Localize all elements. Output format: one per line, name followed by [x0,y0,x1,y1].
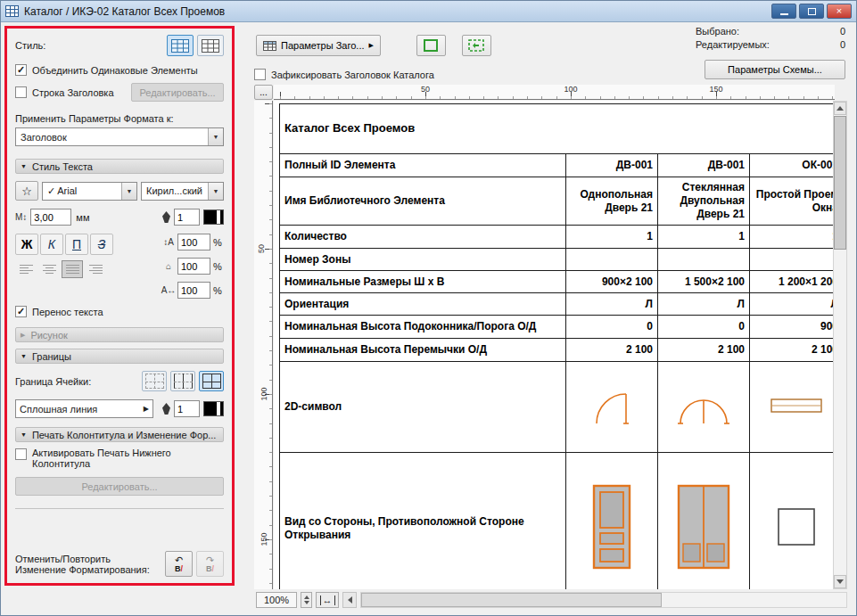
footer-section-header[interactable]: ▼ Печать Колонтитула и Изменение Фор... [15,427,224,442]
cell-value[interactable]: 1 [658,226,750,249]
picture-section-header[interactable]: ▶ Рисунок [15,327,224,342]
cell-value[interactable]: Простой Проем Окна [750,177,836,226]
cell-value[interactable] [566,249,658,271]
cell-value[interactable]: 2 100 [658,339,750,362]
align-right-button[interactable] [85,260,106,278]
row-label[interactable]: Полный ID Элемента [280,154,566,177]
cell-value[interactable]: 0 [658,316,750,339]
select-area-button[interactable] [416,35,446,56]
cell-value[interactable]: 1 200×1 200 [750,271,836,293]
style-grid-button[interactable] [167,35,194,56]
schedule-title-cell[interactable]: Каталог Всех Проемов [280,104,836,154]
line-spacing-input[interactable] [177,234,210,251]
align-center-button[interactable] [38,260,60,278]
cell-value[interactable]: Л [750,293,836,316]
edit-footer-button[interactable]: Редактировать... [15,477,224,496]
symbol-cell[interactable] [750,362,836,453]
bold-button[interactable]: Ж [15,234,38,255]
undo-format-button[interactable]: ↶ B/ [165,551,193,577]
header-row-checkbox[interactable] [15,86,27,98]
font-select[interactable]: ✓ Arial ▼ [42,182,137,201]
cell-value[interactable]: 2 100 [566,339,658,362]
row-label[interactable]: Номинальные Размеры Ш х В [280,271,566,293]
cell-value[interactable]: Л [658,293,750,316]
cell-value[interactable]: 900 [750,316,836,339]
cell-value[interactable]: 2 100 [750,339,836,362]
cell-value[interactable] [658,249,750,271]
font-size-input[interactable] [30,209,71,226]
border-pen-input[interactable] [174,400,200,417]
cell-value[interactable]: 1 [750,226,836,249]
script-select[interactable]: Кирил...ский ▼ [141,182,224,201]
symbol-cell[interactable] [566,362,658,453]
cell-value[interactable]: 900×2 100 [566,271,658,293]
cell-value[interactable]: Л [566,293,658,316]
apply-format-select[interactable]: Заголовок ▼ [15,127,224,146]
text-pen-input[interactable] [174,209,200,226]
border-none-button[interactable] [142,371,167,391]
cell-value[interactable]: Однопольная Дверь 21 [566,177,658,226]
strikethrough-button[interactable]: З [90,234,113,255]
border-color-swatch[interactable] [203,401,224,416]
scheme-params-button[interactable]: Параметры Схемы... [705,60,845,79]
cell-value[interactable]: ДВ-001 [566,154,658,177]
row-label[interactable]: Вид со Стороны, Противоположной Стороне … [280,453,566,590]
redo-format-button[interactable]: ↷ B/ [196,551,224,577]
view-cell[interactable] [566,453,658,590]
cell-value[interactable]: 0 [566,316,658,339]
italic-button[interactable]: К [40,234,63,255]
cell-value[interactable] [750,249,836,271]
width-factor-input[interactable] [177,258,210,275]
minimize-button[interactable] [771,4,796,19]
row-label[interactable]: Имя Библиотечного Элемента [280,177,566,226]
scroll-up-button[interactable] [834,102,846,115]
pen-color-swatch[interactable] [203,209,224,225]
vertical-scrollbar[interactable] [833,101,847,589]
cell-value[interactable]: ОК-001 [750,154,836,177]
scroll-down-button[interactable] [834,575,846,588]
merge-identical-checkbox[interactable]: ✓ [15,64,27,76]
row-label[interactable]: Номер Зоны [280,249,566,271]
cell-value[interactable]: Стеклянная Двупольная Дверь 21 [658,177,750,226]
row-label[interactable]: 2D-символ [280,362,566,453]
view-cell[interactable] [658,453,750,590]
align-left-button[interactable] [15,260,37,278]
char-spacing-input[interactable] [177,282,210,299]
border-all-button[interactable] [199,371,224,391]
align-justify-button[interactable] [62,260,83,278]
lock-header-checkbox[interactable] [254,69,266,80]
vertical-scroll-thumb[interactable] [834,116,846,250]
underline-button[interactable]: П [65,234,88,255]
line-type-select[interactable]: Сплошная линия ▶ [15,399,153,418]
fit-width-button[interactable]: ↔ [316,592,339,608]
update-selection-button[interactable] [462,35,491,56]
align-left-icon [20,265,33,274]
style-plain-button[interactable] [197,35,224,56]
maximize-button[interactable] [799,4,824,19]
view-cell[interactable] [750,453,836,590]
scroll-left-button[interactable] [342,592,357,608]
row-label[interactable]: Ориентация [280,293,566,316]
cell-value[interactable]: 1 [566,226,658,249]
close-button[interactable]: × [827,4,852,19]
row-label[interactable]: Количество [280,226,566,249]
symbol-cell[interactable] [658,362,750,453]
wrap-text-checkbox[interactable]: ✓ [15,306,27,317]
border-vertical-button[interactable] [170,371,195,391]
schedule-view[interactable]: Каталог Всех Проемов Полный ID Элемента … [274,101,835,589]
cell-value[interactable]: ДВ-001 [658,154,750,177]
borders-section-header[interactable]: ▼ Границы [15,349,224,364]
cell-value[interactable]: 1 500×2 100 [658,271,750,293]
horizontal-scrollbar[interactable] [360,592,847,608]
favorite-star-button[interactable]: ☆ [15,181,38,201]
row-label[interactable]: Номинальная Высота Подоконника/Порога О/… [280,316,566,339]
footer-print-checkbox[interactable] [15,448,27,460]
edit-header-button[interactable]: Редактировать... [131,83,224,102]
zoom-level[interactable]: 100% [256,592,297,608]
ruler-corner-button[interactable]: ... [254,85,273,100]
zoom-stepper[interactable] [301,592,312,608]
header-params-button[interactable]: Параметры Заго... ▶ [256,35,381,56]
row-label[interactable]: Номинальная Высота Перемычки О/Д [280,339,566,362]
horizontal-scroll-thumb[interactable] [361,593,662,607]
text-style-section-header[interactable]: ▼ Стиль Текста [15,159,224,174]
